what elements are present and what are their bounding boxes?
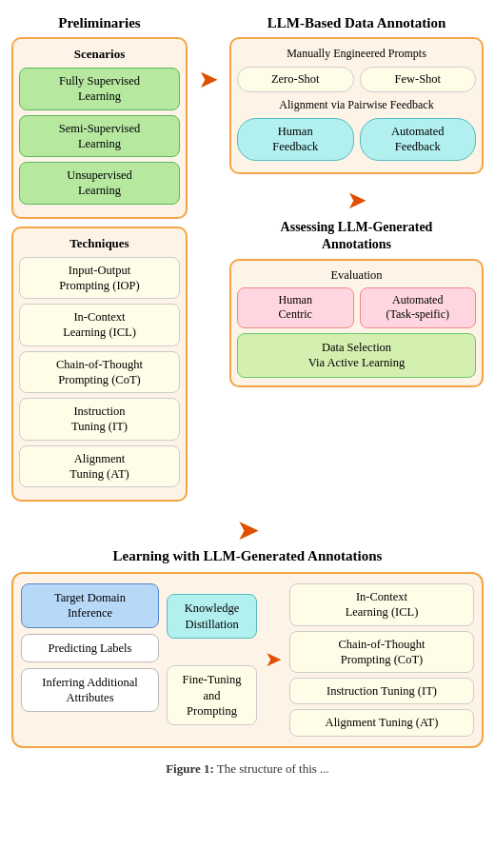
caption-number: Figure 1: xyxy=(166,761,214,776)
alignment-pairwise-items: HumanFeedback AutomatedFeedback xyxy=(237,118,476,161)
evaluation-items: HumanCentric Automated(Task-speific) xyxy=(237,287,476,328)
bottom-arrow-right-icon: ➤ xyxy=(265,583,282,737)
bottom-title: Learning with LLM-Generated Annotations xyxy=(11,548,484,564)
list-item: Input-OutputPrompting (IOP) xyxy=(19,257,180,300)
caption-text: The structure of this ... xyxy=(217,761,329,776)
llm-annotation-column: LLM-Based Data Annotation Manually Engin… xyxy=(229,15,484,502)
techniques-title: Techniques xyxy=(19,236,180,251)
arrow-right-icon: ➤ xyxy=(197,15,220,502)
fine-tuning-item: Fine-TuningandPrompting xyxy=(167,665,257,725)
list-item: Target DomainInference xyxy=(21,583,159,628)
list-item: In-ContextLearning (ICL) xyxy=(19,304,180,346)
manually-engineered-box: Manually Engineered Prompts Zero-Shot Fe… xyxy=(229,37,484,174)
section-arrow-down-symbol: ➤ xyxy=(236,513,260,546)
section-arrow-down-icon: ➤ xyxy=(236,513,260,546)
list-item: HumanFeedback xyxy=(237,118,354,161)
list-item: UnsupervisedLearning xyxy=(19,162,180,205)
scenarios-box: Scenarios Fully SupervisedLearning Semi-… xyxy=(11,37,188,219)
preliminaries-title: Preliminaries xyxy=(11,15,188,31)
bottom-right-column: In-ContextLearning (ICL) Chain-of-Though… xyxy=(289,583,474,737)
knowledge-distillation-item: KnowledgeDistillation xyxy=(167,594,257,639)
list-item: Chain-of-ThoughtPrompting (CoT) xyxy=(19,351,180,394)
list-item: Fully SupervisedLearning xyxy=(19,68,180,110)
bottom-section: Learning with LLM-Generated Annotations … xyxy=(11,548,484,748)
bottom-left-column: Target DomainInference Predicting Labels… xyxy=(21,583,159,737)
list-item: HumanCentric xyxy=(237,287,354,328)
list-item: Predicting Labels xyxy=(21,634,159,662)
list-item: Chain-of-ThoughtPrompting (CoT) xyxy=(289,631,474,674)
list-item: InstructionTuning (IT) xyxy=(19,398,180,441)
arrow-down-symbol: ➤ xyxy=(346,186,367,215)
list-item: Inferring AdditionalAttributes xyxy=(21,668,159,713)
techniques-box: Techniques Input-OutputPrompting (IOP) I… xyxy=(11,227,188,503)
list-item: Zero-Shot xyxy=(237,67,354,92)
manually-engineered-items: Zero-Shot Few-Shot xyxy=(237,67,476,92)
list-item: Semi-SupervisedLearning xyxy=(19,115,180,158)
preliminaries-column: Preliminaries Scenarios Fully Supervised… xyxy=(11,15,188,502)
bottom-arrow-symbol: ➤ xyxy=(265,647,282,672)
list-item: Instruction Tuning (IT) xyxy=(289,678,474,704)
list-item: AutomatedFeedback xyxy=(360,118,477,161)
bottom-content-box: Target DomainInference Predicting Labels… xyxy=(11,572,484,748)
arrow-down-icon: ➤ xyxy=(229,186,484,215)
scenarios-title: Scenarios xyxy=(19,47,180,62)
evaluation-box: Evaluation HumanCentric Automated(Task-s… xyxy=(229,259,484,387)
manually-engineered-title: Manually Engineered Prompts xyxy=(237,47,476,61)
list-item: In-ContextLearning (ICL) xyxy=(289,583,474,626)
list-item: Automated(Task-speific) xyxy=(360,287,477,328)
list-item: Alignment Tuning (AT) xyxy=(289,709,474,736)
alignment-pairwise-title: Alignment via Pairwise Feedback xyxy=(237,98,476,112)
list-item: AlignmentTuning (AT) xyxy=(19,445,180,488)
evaluation-label: Evaluation xyxy=(237,268,476,283)
top-section: Preliminaries Scenarios Fully Supervised… xyxy=(11,15,484,502)
list-item: Few-Shot xyxy=(360,67,477,92)
figure-caption: Figure 1: The structure of this ... xyxy=(166,761,329,777)
data-selection-item: Data SelectionVia Active Learning xyxy=(237,333,476,378)
bottom-middle-column: KnowledgeDistillation Fine-TuningandProm… xyxy=(167,583,257,737)
llm-annotation-title: LLM-Based Data Annotation xyxy=(229,15,484,31)
arrow-right-symbol: ➤ xyxy=(198,68,219,92)
assessing-title: Assessing LLM-GeneratedAnnotations xyxy=(229,219,484,253)
